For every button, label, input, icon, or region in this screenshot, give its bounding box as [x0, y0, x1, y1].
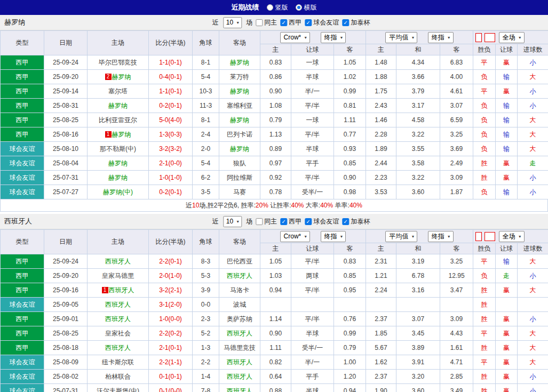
fulltime-select[interactable]: 全场▼: [499, 231, 525, 242]
score-halftime-cell[interactable]: 1-0(0-0): [149, 312, 193, 326]
chevron-down-icon: ▼: [411, 235, 415, 238]
filter-checkbox-laliga[interactable]: 西甲: [280, 217, 301, 226]
score-halftime-cell[interactable]: 3-1(2-0): [149, 298, 193, 312]
layout-radio-horizontal[interactable]: 横版: [296, 3, 317, 12]
score-halftime-cell[interactable]: 0-1(0-1): [149, 370, 193, 384]
score-halftime-cell[interactable]: 2-2(1-1): [149, 355, 193, 370]
match-type-badge: 西甲: [1, 269, 44, 283]
home-team-name[interactable]: 赫罗纳: [108, 159, 128, 167]
filter-checkbox-same-home[interactable]: 同主: [256, 217, 277, 226]
score-halftime-cell[interactable]: 1-0(1-0): [149, 171, 193, 185]
goals-result-cell: 小: [518, 84, 548, 99]
sub-col-asia-home: 主: [260, 44, 291, 55]
home-team-name[interactable]: 赫罗纳: [108, 174, 128, 181]
corner-cell: 2-2: [193, 355, 219, 370]
score-halftime-cell[interactable]: 2-0(1-0): [149, 269, 193, 283]
match-row: 球会友谊25-08-10那不勒斯(中)3-2(3-2)2-0赫罗纳0.89半球0…: [1, 142, 548, 156]
score-halftime-cell[interactable]: 5-0(4-0): [149, 113, 193, 127]
score-halftime-cell[interactable]: 3-2(3-2): [149, 142, 193, 156]
match-date: 25-08-10: [44, 142, 88, 156]
marker-box-wide[interactable]: [485, 232, 495, 241]
match-row: 球会友谊25-07-27赫罗纳(中)0-2(0-1)3-5马赛0.78受半/一0…: [1, 185, 548, 199]
home-team-cell: 1西班牙人: [88, 283, 149, 298]
col-header-score: 比分(半场): [149, 31, 193, 55]
chevron-down-icon: ▼: [447, 235, 451, 238]
marker-box-small[interactable]: [475, 232, 482, 241]
away-team-name[interactable]: 赫罗纳: [230, 145, 249, 153]
home-team-name[interactable]: 赫罗纳: [112, 73, 131, 81]
home-team-name[interactable]: 赫罗纳: [112, 131, 131, 138]
home-team-name[interactable]: 西班牙人: [109, 286, 134, 294]
filter-checkbox-club-friendly[interactable]: 球会友谊: [305, 18, 339, 27]
match-row: 球会友谊25-07-31赫罗纳1-0(1-0)6-2阿拉维斯0.92平/半0.9…: [1, 171, 548, 185]
score-halftime-cell[interactable]: 1-1(0-1): [149, 84, 193, 99]
euro-home-odds: 2.44: [366, 156, 396, 171]
result-cell: 胜: [473, 341, 496, 355]
match-count-select[interactable]: 10▼: [223, 17, 242, 28]
home-team-cell: 纽卡斯尔联: [88, 355, 149, 370]
result-cell: 平: [473, 326, 496, 341]
score-halftime-cell[interactable]: 2-1(0-1): [149, 341, 193, 355]
final-odds-select[interactable]: 终指▼: [321, 231, 346, 242]
euro-away-odds: 4.61: [440, 84, 473, 99]
asia-away-odds: 0.85: [334, 156, 366, 171]
away-team-name[interactable]: 赫罗纳: [230, 59, 249, 66]
away-team-name[interactable]: 西班牙人: [227, 387, 252, 392]
final-odds-select-2[interactable]: 终指▼: [428, 32, 454, 43]
score-halftime-cell[interactable]: 0-2(0-1): [149, 99, 193, 113]
filter-checkbox-catalonia-cup[interactable]: 加泰杯: [342, 217, 370, 226]
home-team-name[interactable]: 赫罗纳(中): [103, 188, 133, 196]
fulltime-select[interactable]: 全场▼: [499, 32, 525, 43]
sub-col-handicap: 让球: [496, 44, 518, 55]
score-halftime-cell[interactable]: 2-1(0-0): [149, 156, 193, 171]
home-team-name[interactable]: 西班牙人: [105, 315, 131, 323]
score-halftime-cell[interactable]: 1-1(0-1): [149, 55, 193, 70]
away-team-name[interactable]: 赫罗纳: [230, 116, 249, 124]
home-team-name[interactable]: 赫罗纳: [108, 102, 128, 109]
average-odds-select[interactable]: 平均值▼: [385, 32, 417, 43]
away-team-name[interactable]: 西班牙人: [227, 272, 252, 279]
score-halftime-cell[interactable]: 0-4(0-1): [149, 70, 193, 84]
final-odds-select[interactable]: 终指▼: [321, 32, 346, 43]
checkbox-label: 加泰杯: [351, 18, 370, 27]
goals-result-cell: 小: [518, 55, 548, 70]
match-count-select[interactable]: 10▼: [223, 216, 242, 227]
layout-radio-vertical[interactable]: 竖版: [267, 3, 288, 12]
filter-checkbox-catalonia-cup[interactable]: 加泰杯: [342, 18, 370, 27]
away-team-name[interactable]: 西班牙人: [227, 358, 252, 366]
filter-checkbox-laliga[interactable]: 西甲: [280, 18, 301, 27]
average-odds-select[interactable]: 平均值▼: [385, 231, 417, 242]
score-halftime-cell[interactable]: 0-1(0-0): [149, 384, 193, 392]
radio-label: 竖版: [275, 3, 288, 12]
score-halftime-cell[interactable]: 2-2(0-1): [149, 254, 193, 269]
home-team-name[interactable]: 西班牙人: [105, 301, 131, 308]
away-team-cell: 西班牙人: [219, 384, 260, 392]
score-halftime-cell[interactable]: 2-2(0-2): [149, 326, 193, 341]
home-team-cell: 赫罗纳: [88, 99, 149, 113]
result-cell: 负: [473, 113, 496, 127]
asia-away-odds: 0.99: [334, 84, 366, 99]
marker-box-small[interactable]: [475, 33, 482, 42]
home-team-name[interactable]: 西班牙人: [105, 258, 131, 265]
away-team-name[interactable]: 赫罗纳: [230, 87, 249, 95]
bookmaker-select[interactable]: Crow*▼: [280, 32, 311, 43]
filter-checkbox-same-home[interactable]: 同主: [256, 18, 277, 27]
sub-col-euro-home: 主: [366, 44, 396, 55]
score-halftime-cell[interactable]: 0-2(0-1): [149, 185, 193, 199]
home-team-name[interactable]: 西班牙人: [105, 344, 131, 351]
euro-draw-odds: 3.17: [396, 99, 440, 113]
marker-box-wide[interactable]: [485, 33, 495, 42]
result-cell: 平: [473, 355, 496, 370]
select-value: 10: [226, 218, 233, 225]
score-halftime-cell[interactable]: 3-2(2-1): [149, 283, 193, 298]
score-halftime-cell[interactable]: 1-3(0-3): [149, 127, 193, 142]
final-odds-select-2[interactable]: 终指▼: [428, 231, 454, 242]
handicap-result-cell: 赢: [496, 156, 518, 171]
filter-checkbox-club-friendly[interactable]: 球会友谊: [305, 217, 339, 226]
away-team-name[interactable]: 西班牙人: [227, 330, 252, 337]
asia-away-odds: 0.94: [334, 384, 366, 392]
bookmaker-select[interactable]: Crow*▼: [280, 231, 311, 242]
checkbox-icon: [280, 19, 287, 26]
away-team-name[interactable]: 西班牙人: [227, 373, 252, 380]
asia-handicap-line: 两球: [291, 269, 334, 283]
